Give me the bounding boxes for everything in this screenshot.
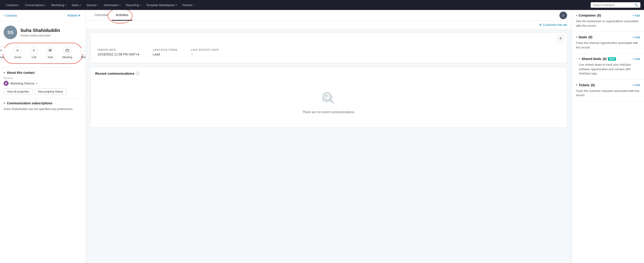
info-icon: i (136, 72, 139, 75)
nav-contacts-chevron: ▾ (18, 4, 20, 6)
more-button[interactable]: ··· More (78, 46, 86, 60)
recent-comm-card: Recent communications i There are no rec… (90, 67, 567, 128)
overview-fields: CREATE DATE 10/16/2022 11:58 PM GMT+4 LI… (91, 44, 567, 63)
contact-info: Suha Shahiduddin Social media executive (20, 28, 60, 37)
shared-deals-chevron-icon[interactable]: ▾ (579, 58, 580, 60)
nav-sales[interactable]: Sales ▾ (70, 2, 84, 8)
companies-section: ▾ Companies (0) + Add See the businesses… (572, 10, 644, 32)
nav-service[interactable]: Service ▾ (84, 2, 100, 8)
right-panel: ▾ Companies (0) + Add See the businesses… (572, 10, 644, 263)
shared-deals-header: ▾ Shared deals (0) NEW + Add (579, 57, 640, 61)
create-date-field: CREATE DATE 10/16/2022 11:58 PM GMT+4 (98, 49, 139, 56)
deals-section-header: ▾ Deals (0) + Add (576, 35, 640, 39)
persona-chevron-icon[interactable]: ▾ (36, 82, 37, 85)
tab-overview[interactable]: Overview (90, 10, 112, 21)
task-icon (46, 46, 54, 55)
center-panel: Overview Activities » ⚙ Customize this t… (86, 10, 572, 263)
gear-icon: ⚙ (539, 23, 542, 27)
companies-chevron-icon[interactable]: ▾ (576, 14, 577, 17)
call-button[interactable]: ✆ Call (28, 46, 40, 60)
empty-state-text: There are no recent communications. (302, 110, 355, 114)
overview-card-header: ⚙ (91, 33, 567, 44)
tab-activities[interactable]: Activities (112, 10, 132, 21)
breadcrumb[interactable]: ‹ Contacts (4, 14, 17, 17)
comm-sub-section: ▾ Communication subscriptions Suha Shahi… (0, 98, 86, 115)
note-button[interactable]: ✏ Note (0, 46, 7, 60)
deals-chevron-icon[interactable]: ▾ (576, 36, 577, 39)
action-buttons-row: ✏ Note ✉ Email ✆ Call Task (3, 43, 83, 64)
comm-sub-text: Suha Shahiduddin has not specified any p… (4, 107, 82, 111)
search-container: 🔍 (591, 2, 640, 8)
comm-sub-header[interactable]: ▾ Communication subscriptions (4, 101, 82, 105)
lifecycle-stage-field: LIFECYCLE STAGE Lead (153, 49, 178, 56)
meeting-icon (63, 46, 72, 55)
last-activity-date-field: LAST ACTIVITY DATE -- (191, 49, 219, 56)
persona-property: Persona M Marketing Sharma ▾ (4, 77, 82, 86)
avatar: SS (4, 26, 17, 39)
actions-button[interactable]: Actions ▾ (66, 13, 82, 18)
svg-rect-0 (48, 49, 52, 50)
view-buttons: View all properties View property histor… (4, 89, 82, 95)
companies-section-header: ▾ Companies (0) + Add (576, 14, 640, 17)
nav-template-marketplace[interactable]: Template Marketplace ▾ (144, 2, 179, 8)
empty-state-illustration (320, 89, 338, 107)
contact-header: SS Suha Shahiduddin Social media executi… (0, 21, 86, 43)
actions-chevron-icon: ▾ (79, 14, 80, 17)
companies-desc: See the businesses or organizations asso… (576, 19, 640, 28)
comm-sub-chevron-icon: ▾ (4, 102, 5, 105)
breadcrumb-chevron: ‹ (4, 14, 4, 17)
search-input[interactable] (593, 4, 633, 7)
persona-avatar: M (4, 81, 8, 86)
overview-card: ⚙ CREATE DATE 10/16/2022 11:58 PM GMT+4 … (90, 33, 567, 63)
tickets-section: ▾ Tickets (0) + Add Track the customer r… (572, 80, 644, 101)
svg-point-10 (325, 95, 327, 97)
call-icon: ✆ (30, 46, 38, 55)
expand-panel-button[interactable]: » (560, 12, 567, 19)
nav-conversations[interactable]: Conversations ▾ (22, 2, 48, 8)
recent-comm-title: Recent communications i (95, 72, 562, 75)
tickets-desc: Track the customer requests associated w… (576, 89, 640, 98)
about-section-header[interactable]: ▾ About this contact (4, 71, 82, 75)
nav-marketing[interactable]: Marketing ▾ (49, 2, 68, 8)
nav-partner[interactable]: Partner ▾ (180, 2, 196, 8)
shared-deals-add-button[interactable]: + Add (632, 57, 640, 61)
persona-row: M Marketing Sharma ▾ (4, 81, 82, 86)
empty-state: There are no recent communications. (95, 82, 562, 123)
settings-icon: ⚙ (559, 37, 562, 40)
note-icon: ✏ (0, 46, 6, 55)
tickets-chevron-icon[interactable]: ▾ (576, 84, 577, 87)
contact-title: Social media executive (20, 34, 60, 37)
view-property-history-button[interactable]: View property history (34, 89, 66, 95)
customize-tab-link[interactable]: ⚙ Customize this tab (539, 23, 567, 27)
main-layout: ‹ Contacts Actions ▾ SS Suha Shahiduddin… (0, 10, 644, 263)
top-nav: Contacts ▾ Conversations ▾ Marketing ▾ S… (0, 0, 644, 10)
customize-bar: ⚙ Customize this tab (86, 21, 572, 29)
meeting-button[interactable]: Meeting (60, 46, 74, 60)
nav-automation[interactable]: Automation ▾ (101, 2, 123, 8)
tickets-add-button[interactable]: + Add (632, 83, 640, 87)
overview-settings-button[interactable]: ⚙ (558, 35, 564, 42)
shared-deals-section: ⠿ ▾ Shared deals (0) NEW + Add Use share… (572, 53, 644, 80)
view-all-properties-button[interactable]: View all properties (4, 89, 32, 95)
companies-add-button[interactable]: + Add (632, 14, 640, 17)
about-chevron-icon: ▾ (4, 71, 5, 74)
svg-rect-3 (66, 49, 69, 52)
more-icon: ··· (80, 46, 86, 55)
search-icon: 🔍 (634, 3, 638, 7)
email-button[interactable]: ✉ Email (12, 46, 24, 60)
tabs-bar: Overview Activities » (86, 10, 572, 21)
nav-reporting[interactable]: Reporting ▾ (124, 2, 143, 8)
left-panel: ‹ Contacts Actions ▾ SS Suha Shahiduddin… (0, 10, 86, 263)
deals-section: ▾ Deals (0) + Add Track the revenue oppo… (572, 32, 644, 53)
shared-deals-desc: Use shared deals to track your HubSpot s… (579, 63, 640, 76)
deals-add-button[interactable]: + Add (632, 36, 640, 39)
svg-rect-1 (48, 50, 52, 51)
nav-contacts[interactable]: Contacts ▾ (4, 2, 22, 8)
deals-desc: Track the revenue opportunities associat… (576, 41, 640, 50)
drag-handle-icon[interactable]: ⠿ (576, 58, 578, 61)
left-header: ‹ Contacts Actions ▾ (0, 10, 86, 21)
task-button[interactable]: Task (44, 46, 56, 60)
tickets-section-header: ▾ Tickets (0) + Add (576, 83, 640, 87)
about-section: ▾ About this contact Persona M Marketing… (0, 68, 86, 98)
new-badge: NEW (608, 57, 616, 61)
